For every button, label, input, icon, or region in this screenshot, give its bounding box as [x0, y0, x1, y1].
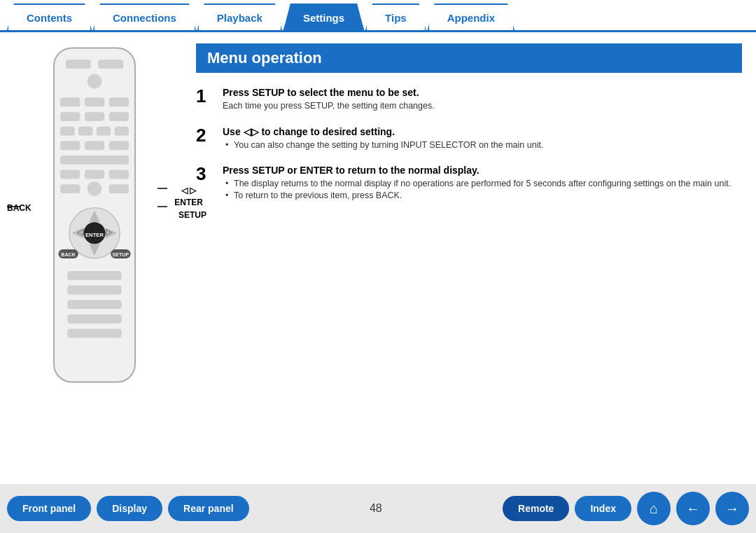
svg-text:ENTER: ENTER [85, 232, 104, 238]
home-icon: ⌂ [650, 501, 658, 517]
step-2-title: Use ◁▷ to change to desired setting. [223, 126, 543, 137]
main-content: ENTER BACK SETUP ◁ ▷ BACK [0, 32, 756, 484]
svg-rect-19 [85, 170, 104, 179]
back-line [7, 207, 21, 208]
enter-line [158, 188, 168, 190]
step-2-bullet-1: You can also change the setting by turni… [223, 140, 543, 150]
index-button[interactable]: Index [575, 496, 631, 521]
step-3-bullet-2: To return to the previous item, press BA… [223, 191, 731, 200]
svg-rect-38 [67, 286, 121, 295]
remote-svg: ENTER BACK SETUP ◁ ▷ [28, 43, 161, 387]
svg-rect-37 [67, 271, 121, 280]
front-panel-button[interactable]: Front panel [7, 496, 91, 521]
svg-rect-9 [109, 112, 129, 121]
step-3-number: 3 [196, 165, 213, 183]
step-1-content: Press SETUP to select the menu to be set… [223, 87, 435, 113]
remote-button[interactable]: Remote [503, 496, 569, 521]
step-2-number: 2 [196, 126, 213, 144]
svg-rect-8 [85, 112, 104, 121]
remote-illustration: ENTER BACK SETUP ◁ ▷ BACK [14, 43, 175, 477]
forward-arrow-icon: → [725, 501, 739, 517]
step-1-title: Press SETUP to select the menu to be set… [223, 87, 435, 98]
back-nav-button[interactable]: ← [676, 492, 710, 525]
svg-rect-2 [98, 60, 123, 69]
bottom-navigation: Front panel Display Rear panel 48 Remote… [0, 484, 756, 533]
svg-rect-13 [114, 127, 129, 136]
svg-rect-15 [85, 141, 104, 150]
svg-rect-10 [60, 127, 75, 136]
display-button[interactable]: Display [97, 496, 162, 521]
step-2-content: Use ◁▷ to change to desired setting. You… [223, 126, 543, 152]
step-1-number: 1 [196, 87, 213, 105]
svg-rect-40 [67, 314, 121, 324]
svg-rect-11 [78, 127, 93, 136]
svg-rect-4 [60, 97, 80, 106]
forward-nav-button[interactable]: → [715, 492, 749, 525]
page-title: Menu operation [196, 43, 742, 73]
svg-rect-5 [85, 97, 104, 106]
arrows-label: ◁ ▷ [181, 186, 196, 195]
setup-label: SETUP [178, 210, 206, 220]
svg-rect-41 [67, 328, 121, 338]
tab-tips[interactable]: Tips [365, 4, 426, 30]
svg-rect-6 [109, 97, 129, 106]
tab-connections[interactable]: Connections [93, 4, 196, 30]
step-1: 1 Press SETUP to select the menu to be s… [196, 87, 742, 113]
svg-rect-39 [67, 300, 121, 309]
svg-rect-23 [109, 184, 129, 193]
enter-label: ENTER [174, 198, 203, 207]
svg-rect-12 [97, 127, 111, 136]
step-3-bullet-1: The display returns to the normal displa… [223, 179, 731, 188]
svg-rect-18 [60, 170, 80, 179]
setup-line [158, 207, 168, 208]
step-1-desc: Each time you press SETUP, the setting i… [223, 101, 435, 111]
step-2: 2 Use ◁▷ to change to desired setting. Y… [196, 126, 742, 152]
tab-settings[interactable]: Settings [284, 4, 364, 30]
instructions-panel: Menu operation 1 Press SETUP to select t… [189, 43, 742, 477]
tab-contents[interactable]: Contents [7, 4, 92, 30]
step-3-title: Press SETUP or ENTER to return to the no… [223, 165, 731, 176]
svg-rect-7 [60, 112, 80, 121]
svg-rect-1 [66, 60, 91, 69]
back-arrow-icon: ← [686, 501, 700, 517]
rear-panel-button[interactable]: Rear panel [168, 496, 249, 521]
svg-rect-16 [109, 141, 129, 150]
svg-rect-21 [60, 184, 80, 193]
svg-rect-20 [109, 170, 129, 179]
svg-text:▷: ▷ [106, 227, 113, 236]
back-label: BACK [7, 203, 31, 213]
svg-text:BACK: BACK [61, 252, 76, 258]
step-3-content: Press SETUP or ENTER to return to the no… [223, 165, 731, 202]
home-button[interactable]: ⌂ [637, 492, 671, 525]
top-navigation: Contents Connections Playback Settings T… [0, 0, 756, 32]
tab-appendix[interactable]: Appendix [428, 4, 514, 30]
svg-point-22 [88, 181, 102, 196]
page-number: 48 [255, 502, 497, 515]
svg-point-3 [88, 74, 102, 89]
svg-text:SETUP: SETUP [113, 252, 130, 258]
svg-text:◁: ◁ [77, 227, 84, 236]
step-3: 3 Press SETUP or ENTER to return to the … [196, 165, 742, 202]
svg-rect-17 [60, 155, 129, 165]
svg-rect-14 [60, 141, 80, 150]
tab-playback[interactable]: Playback [197, 4, 282, 30]
